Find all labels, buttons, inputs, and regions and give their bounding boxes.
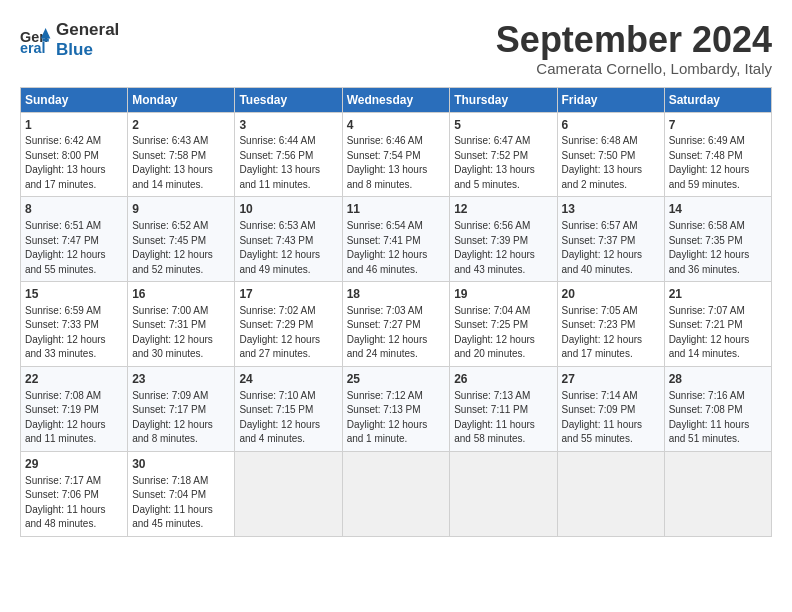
calendar-cell: 17Sunrise: 7:02 AMSunset: 7:29 PMDayligh…	[235, 282, 342, 367]
day-info: Sunrise: 7:04 AMSunset: 7:25 PMDaylight:…	[454, 304, 552, 362]
calendar-cell: 8Sunrise: 6:51 AMSunset: 7:47 PMDaylight…	[21, 197, 128, 282]
day-number: 25	[347, 371, 446, 388]
calendar-cell: 13Sunrise: 6:57 AMSunset: 7:37 PMDayligh…	[557, 197, 664, 282]
day-number: 13	[562, 201, 660, 218]
day-number: 22	[25, 371, 123, 388]
day-number: 8	[25, 201, 123, 218]
calendar-cell: 27Sunrise: 7:14 AMSunset: 7:09 PMDayligh…	[557, 366, 664, 451]
day-info: Sunrise: 7:10 AMSunset: 7:15 PMDaylight:…	[239, 389, 337, 447]
day-info: Sunrise: 6:47 AMSunset: 7:52 PMDaylight:…	[454, 134, 552, 192]
calendar-cell	[235, 451, 342, 536]
title-block: September 2024 Camerata Cornello, Lombar…	[496, 20, 772, 77]
day-number: 24	[239, 371, 337, 388]
logo-blue: Blue	[56, 40, 119, 60]
calendar-table: SundayMondayTuesdayWednesdayThursdayFrid…	[20, 87, 772, 537]
month-title: September 2024	[496, 20, 772, 60]
subtitle: Camerata Cornello, Lombardy, Italy	[496, 60, 772, 77]
weekday-header-row: SundayMondayTuesdayWednesdayThursdayFrid…	[21, 87, 772, 112]
day-info: Sunrise: 6:48 AMSunset: 7:50 PMDaylight:…	[562, 134, 660, 192]
day-info: Sunrise: 6:43 AMSunset: 7:58 PMDaylight:…	[132, 134, 230, 192]
day-info: Sunrise: 7:05 AMSunset: 7:23 PMDaylight:…	[562, 304, 660, 362]
calendar-cell: 2Sunrise: 6:43 AMSunset: 7:58 PMDaylight…	[128, 112, 235, 197]
calendar-cell	[450, 451, 557, 536]
weekday-header-sunday: Sunday	[21, 87, 128, 112]
day-number: 10	[239, 201, 337, 218]
day-info: Sunrise: 7:16 AMSunset: 7:08 PMDaylight:…	[669, 389, 767, 447]
day-number: 26	[454, 371, 552, 388]
calendar-cell: 1Sunrise: 6:42 AMSunset: 8:00 PMDaylight…	[21, 112, 128, 197]
day-info: Sunrise: 7:18 AMSunset: 7:04 PMDaylight:…	[132, 474, 230, 532]
day-info: Sunrise: 7:02 AMSunset: 7:29 PMDaylight:…	[239, 304, 337, 362]
day-number: 16	[132, 286, 230, 303]
calendar-cell: 18Sunrise: 7:03 AMSunset: 7:27 PMDayligh…	[342, 282, 450, 367]
day-number: 6	[562, 117, 660, 134]
logo: Gen eral General Blue	[20, 20, 119, 61]
day-info: Sunrise: 6:57 AMSunset: 7:37 PMDaylight:…	[562, 219, 660, 277]
day-info: Sunrise: 7:12 AMSunset: 7:13 PMDaylight:…	[347, 389, 446, 447]
day-info: Sunrise: 7:17 AMSunset: 7:06 PMDaylight:…	[25, 474, 123, 532]
header: Gen eral General Blue September 2024 Cam…	[20, 20, 772, 77]
day-info: Sunrise: 7:13 AMSunset: 7:11 PMDaylight:…	[454, 389, 552, 447]
day-info: Sunrise: 6:54 AMSunset: 7:41 PMDaylight:…	[347, 219, 446, 277]
calendar-cell: 5Sunrise: 6:47 AMSunset: 7:52 PMDaylight…	[450, 112, 557, 197]
weekday-header-wednesday: Wednesday	[342, 87, 450, 112]
day-number: 4	[347, 117, 446, 134]
weekday-header-thursday: Thursday	[450, 87, 557, 112]
calendar-cell: 30Sunrise: 7:18 AMSunset: 7:04 PMDayligh…	[128, 451, 235, 536]
week-row-5: 29Sunrise: 7:17 AMSunset: 7:06 PMDayligh…	[21, 451, 772, 536]
day-info: Sunrise: 7:08 AMSunset: 7:19 PMDaylight:…	[25, 389, 123, 447]
week-row-3: 15Sunrise: 6:59 AMSunset: 7:33 PMDayligh…	[21, 282, 772, 367]
day-number: 3	[239, 117, 337, 134]
calendar-cell	[557, 451, 664, 536]
day-info: Sunrise: 7:14 AMSunset: 7:09 PMDaylight:…	[562, 389, 660, 447]
day-number: 30	[132, 456, 230, 473]
calendar-cell: 4Sunrise: 6:46 AMSunset: 7:54 PMDaylight…	[342, 112, 450, 197]
week-row-1: 1Sunrise: 6:42 AMSunset: 8:00 PMDaylight…	[21, 112, 772, 197]
calendar-cell: 14Sunrise: 6:58 AMSunset: 7:35 PMDayligh…	[664, 197, 771, 282]
day-number: 23	[132, 371, 230, 388]
day-number: 28	[669, 371, 767, 388]
weekday-header-tuesday: Tuesday	[235, 87, 342, 112]
day-number: 15	[25, 286, 123, 303]
svg-text:eral: eral	[20, 40, 46, 56]
day-number: 9	[132, 201, 230, 218]
calendar-cell: 6Sunrise: 6:48 AMSunset: 7:50 PMDaylight…	[557, 112, 664, 197]
day-info: Sunrise: 6:42 AMSunset: 8:00 PMDaylight:…	[25, 134, 123, 192]
day-number: 1	[25, 117, 123, 134]
day-info: Sunrise: 7:00 AMSunset: 7:31 PMDaylight:…	[132, 304, 230, 362]
calendar-cell: 3Sunrise: 6:44 AMSunset: 7:56 PMDaylight…	[235, 112, 342, 197]
day-number: 21	[669, 286, 767, 303]
weekday-header-friday: Friday	[557, 87, 664, 112]
logo-icon: Gen eral	[20, 24, 52, 56]
day-info: Sunrise: 7:03 AMSunset: 7:27 PMDaylight:…	[347, 304, 446, 362]
calendar-cell: 23Sunrise: 7:09 AMSunset: 7:17 PMDayligh…	[128, 366, 235, 451]
day-info: Sunrise: 6:53 AMSunset: 7:43 PMDaylight:…	[239, 219, 337, 277]
day-info: Sunrise: 7:07 AMSunset: 7:21 PMDaylight:…	[669, 304, 767, 362]
day-number: 18	[347, 286, 446, 303]
calendar-cell: 28Sunrise: 7:16 AMSunset: 7:08 PMDayligh…	[664, 366, 771, 451]
day-number: 17	[239, 286, 337, 303]
calendar-cell	[342, 451, 450, 536]
calendar-cell: 22Sunrise: 7:08 AMSunset: 7:19 PMDayligh…	[21, 366, 128, 451]
calendar-cell	[664, 451, 771, 536]
logo-general: General	[56, 20, 119, 40]
day-info: Sunrise: 6:51 AMSunset: 7:47 PMDaylight:…	[25, 219, 123, 277]
calendar-cell: 7Sunrise: 6:49 AMSunset: 7:48 PMDaylight…	[664, 112, 771, 197]
day-info: Sunrise: 6:52 AMSunset: 7:45 PMDaylight:…	[132, 219, 230, 277]
weekday-header-saturday: Saturday	[664, 87, 771, 112]
calendar-cell: 20Sunrise: 7:05 AMSunset: 7:23 PMDayligh…	[557, 282, 664, 367]
svg-rect-3	[42, 39, 48, 42]
calendar-cell: 15Sunrise: 6:59 AMSunset: 7:33 PMDayligh…	[21, 282, 128, 367]
calendar-cell: 16Sunrise: 7:00 AMSunset: 7:31 PMDayligh…	[128, 282, 235, 367]
day-info: Sunrise: 7:09 AMSunset: 7:17 PMDaylight:…	[132, 389, 230, 447]
calendar-cell: 25Sunrise: 7:12 AMSunset: 7:13 PMDayligh…	[342, 366, 450, 451]
calendar-cell: 21Sunrise: 7:07 AMSunset: 7:21 PMDayligh…	[664, 282, 771, 367]
day-info: Sunrise: 6:58 AMSunset: 7:35 PMDaylight:…	[669, 219, 767, 277]
calendar-cell: 12Sunrise: 6:56 AMSunset: 7:39 PMDayligh…	[450, 197, 557, 282]
day-info: Sunrise: 6:56 AMSunset: 7:39 PMDaylight:…	[454, 219, 552, 277]
day-number: 7	[669, 117, 767, 134]
day-number: 27	[562, 371, 660, 388]
day-info: Sunrise: 6:49 AMSunset: 7:48 PMDaylight:…	[669, 134, 767, 192]
day-number: 5	[454, 117, 552, 134]
week-row-4: 22Sunrise: 7:08 AMSunset: 7:19 PMDayligh…	[21, 366, 772, 451]
